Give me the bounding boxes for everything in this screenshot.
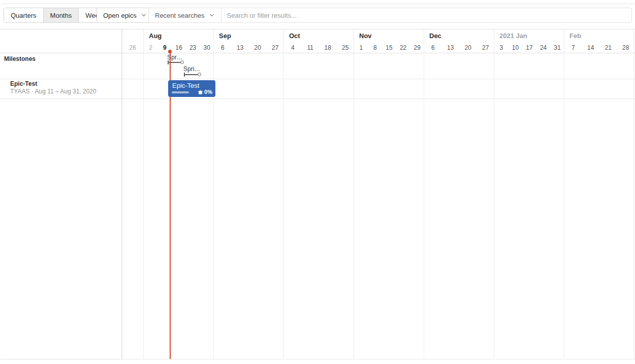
- week-label: 7: [572, 44, 575, 51]
- week-label: 31: [554, 44, 561, 51]
- epic-progress: 0%: [198, 89, 212, 95]
- week-label: 11: [307, 44, 313, 51]
- roadmap-chart: 26Aug29162330Sep6132027Oct4111825Nov1815…: [0, 29, 635, 359]
- week-label: 20: [255, 44, 261, 51]
- milestones-heading: Milestones: [4, 55, 36, 62]
- week-label: 22: [400, 44, 406, 51]
- today-indicator-line: [170, 52, 171, 359]
- preset-quarters-button[interactable]: Quarters: [4, 8, 43, 22]
- week-label: 24: [540, 44, 547, 51]
- week-label: 21: [605, 44, 612, 51]
- epic-meta: TYAAS · Aug 11 – Aug 31, 2020: [10, 88, 97, 95]
- week-label: 6: [221, 44, 225, 51]
- month-label: Aug: [149, 32, 162, 40]
- week-label: 10: [512, 44, 519, 51]
- roadmap-page: Quarters Months Weeks Open epics Recent …: [0, 0, 635, 364]
- week-label: 29: [414, 44, 421, 51]
- week-label: 16: [175, 44, 182, 51]
- filtered-search-bar: Recent searches: [148, 8, 632, 23]
- epic-bar[interactable]: Epic-Test 0%: [168, 80, 215, 97]
- chevron-down-icon: [209, 12, 215, 18]
- week-label: 13: [447, 44, 454, 51]
- week-label: 28: [622, 44, 629, 51]
- recent-searches-label: Recent searches: [155, 12, 205, 19]
- epic-bar-title: Epic-Test: [172, 82, 199, 89]
- week-label: 25: [342, 44, 348, 51]
- month-label: Oct: [289, 32, 300, 40]
- month-label: Feb: [569, 32, 581, 40]
- week-label: 3: [499, 44, 503, 51]
- milestone-label[interactable]: Spri…: [183, 65, 200, 73]
- epic-progress-track: [172, 91, 189, 93]
- week-label: 9: [163, 44, 167, 51]
- week-label: 20: [465, 44, 471, 51]
- milestone-end-marker: [198, 73, 201, 76]
- week-label: 15: [386, 44, 392, 51]
- month-label: Sep: [219, 32, 231, 40]
- epics-filter-dropdown[interactable]: Open epics: [97, 8, 153, 23]
- chevron-down-icon: [141, 12, 147, 18]
- epic-progress-percent: 0%: [204, 89, 212, 95]
- week-label: 23: [189, 44, 196, 51]
- week-label: 17: [526, 44, 532, 51]
- month-label: Nov: [359, 32, 372, 40]
- week-label: 26: [129, 44, 136, 51]
- week-label: 27: [482, 44, 489, 51]
- month-label: 2021 Jan: [499, 32, 527, 40]
- preset-months-button[interactable]: Months: [43, 8, 79, 22]
- week-label: 6: [431, 44, 435, 51]
- month-label: Dec: [429, 32, 441, 40]
- week-label: 27: [272, 44, 278, 51]
- weight-icon: [198, 89, 203, 95]
- week-label: 13: [237, 44, 243, 51]
- week-label: 18: [325, 44, 331, 51]
- epic-list-item[interactable]: Epic-Test TYAAS · Aug 11 – Aug 31, 2020: [10, 80, 97, 95]
- week-label: 8: [373, 44, 377, 51]
- week-label: 4: [291, 44, 295, 51]
- week-label: 1: [359, 44, 363, 51]
- search-input[interactable]: [221, 8, 631, 22]
- epics-filter-label: Open epics: [103, 12, 137, 19]
- epic-title-link[interactable]: Epic-Test: [10, 80, 97, 87]
- milestone-timeline-bar[interactable]: [184, 74, 199, 75]
- week-label: 30: [204, 44, 210, 51]
- milestone-end-marker: [180, 60, 184, 64]
- roadmap-sidebar: Milestones Epic-Test TYAAS · Aug 11 – Au…: [0, 29, 122, 359]
- page-top-divider: [0, 0, 635, 4]
- recent-searches-dropdown[interactable]: Recent searches: [149, 8, 221, 22]
- week-label: 2: [149, 44, 152, 51]
- week-label: 14: [587, 44, 594, 51]
